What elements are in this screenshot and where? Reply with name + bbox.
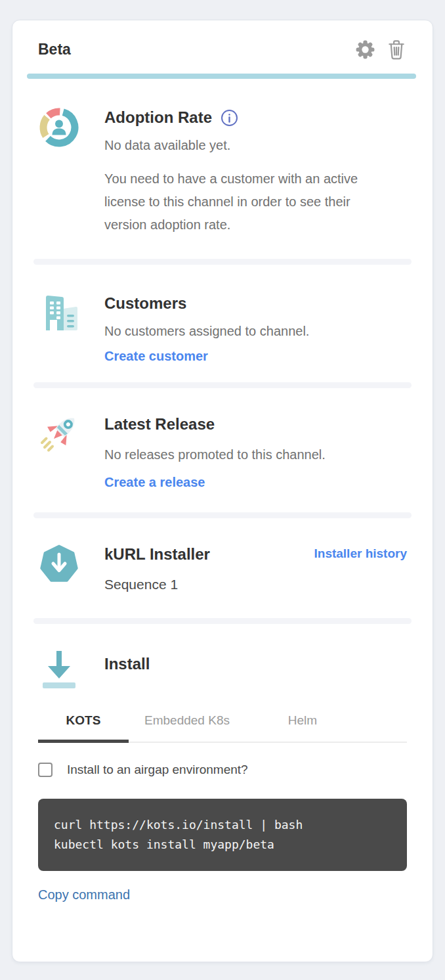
install-heading: Install [104, 653, 407, 675]
latest-release-heading: Latest Release [104, 413, 407, 435]
adoption-donut-icon [38, 106, 80, 148]
installer-history-link[interactable]: Installer history [314, 546, 408, 560]
install-command-code-block: curl https://kots.io/install | bashkubec… [38, 799, 407, 871]
channel-accent-rule [27, 74, 416, 79]
create-release-link[interactable]: Create a release [104, 475, 205, 490]
gear-icon [354, 53, 376, 62]
code-line: curl https://kots.io/install | bash [54, 815, 391, 835]
customers-building-icon [38, 292, 80, 334]
delete-channel-button[interactable] [387, 39, 406, 60]
section-divider [33, 512, 412, 518]
section-latest-release: Latest Release No releases promoted to t… [38, 413, 407, 490]
settings-button[interactable] [354, 39, 376, 60]
copy-command-link[interactable]: Copy command [38, 887, 130, 902]
tab-kots[interactable]: KOTS [38, 707, 129, 743]
section-divider [33, 259, 412, 265]
tab-embedded-k8s[interactable]: Embedded K8s [129, 707, 245, 743]
info-icon[interactable] [221, 109, 238, 127]
card-header: Beta [12, 20, 433, 60]
customers-heading: Customers [104, 292, 407, 315]
section-customers: Customers No customers assigned to chann… [38, 292, 407, 364]
release-rocket-icon [38, 413, 80, 455]
create-customer-link[interactable]: Create customer [104, 349, 208, 364]
channel-title: Beta [38, 41, 354, 58]
trash-icon [387, 53, 406, 62]
installer-sequence-text: Sequence 1 [104, 573, 210, 596]
release-status-text: No releases promoted to this channel. [104, 443, 407, 466]
install-download-icon [38, 648, 80, 690]
kurl-heptagon-download-icon [38, 543, 80, 585]
section-adoption-rate: Adoption Rate No data available yet. You… [38, 106, 407, 236]
code-line: kubectl kots install myapp/beta [54, 835, 391, 855]
header-actions [354, 39, 406, 60]
customers-status-text: No customers assigned to channel. [104, 320, 407, 342]
airgap-label[interactable]: Install to an airgap environment? [67, 763, 248, 777]
kurl-installer-heading: kURL Installer [104, 543, 210, 566]
airgap-checkbox[interactable] [38, 763, 53, 777]
section-kurl-installer: kURL Installer Sequence 1 Installer hist… [38, 543, 407, 596]
adoption-description-text: You need to have a customer with an acti… [104, 167, 377, 236]
install-tabs: KOTS Embedded K8s Helm [38, 707, 407, 743]
section-install: Install [38, 648, 407, 690]
channel-card: Beta [12, 20, 433, 962]
adoption-rate-heading: Adoption Rate [104, 106, 407, 129]
adoption-status-text: No data available yet. [104, 134, 407, 156]
tab-helm[interactable]: Helm [245, 707, 360, 743]
section-divider [33, 382, 412, 388]
section-divider [33, 618, 412, 624]
airgap-row: Install to an airgap environment? [38, 763, 407, 777]
